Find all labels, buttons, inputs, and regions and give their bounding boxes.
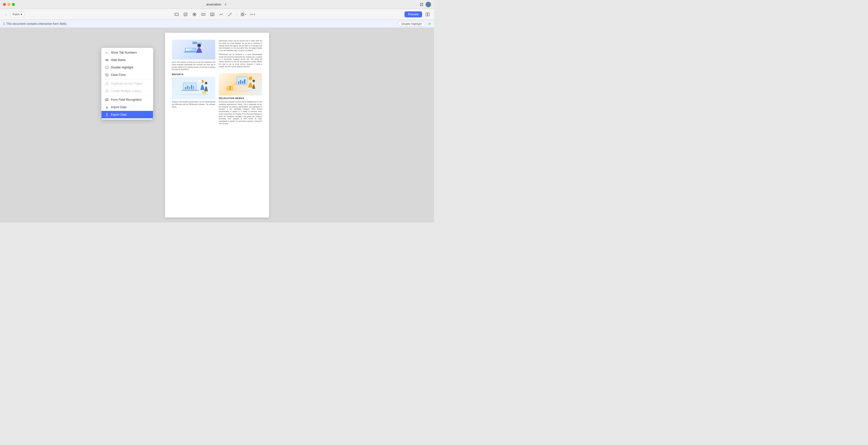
svg-rect-2 xyxy=(420,5,421,6)
menu-item-clear-form[interactable]: Clear Form xyxy=(101,71,153,79)
menu-item-form-field-recognition[interactable]: Form Field Recognition xyxy=(101,96,153,103)
disable-highlight-icon xyxy=(105,65,109,69)
delegation-title: DELEGATION MEMOS xyxy=(219,97,262,99)
title-right xyxy=(420,2,431,7)
avatar[interactable] xyxy=(426,2,431,7)
svg-rect-39 xyxy=(189,87,190,89)
pdf-delegation-col: DELEGATION MEMOS Oil and Gas industries … xyxy=(219,73,262,125)
pdf-left-col: you to inter layouts as those gra to see… xyxy=(172,40,215,71)
pdf-left-text: you to inter layouts as those gra to see… xyxy=(172,61,215,71)
pdf-right-text: attachments means that the person has to… xyxy=(219,40,262,52)
pdf-reports-left: REPORTS xyxy=(172,73,215,125)
svg-rect-32 xyxy=(198,42,202,44)
svg-rect-22 xyxy=(428,13,429,16)
disable-highlight-button[interactable]: Disable Highlight xyxy=(398,21,425,26)
export-data-label: Export Data xyxy=(111,113,126,116)
svg-rect-3 xyxy=(422,5,423,6)
svg-rect-14 xyxy=(241,13,242,14)
create-multiple-copies-label: Create Multiple Copies xyxy=(111,89,141,93)
pdf-delegation-illustration xyxy=(219,73,262,95)
toolbar: ‹ Form ▾ T xyxy=(0,9,434,20)
svg-point-43 xyxy=(205,82,207,84)
svg-rect-28 xyxy=(190,50,192,50)
pdf-viewer[interactable]: you to inter layouts as those gra to see… xyxy=(0,28,434,222)
svg-text:T: T xyxy=(176,14,177,16)
tab-numbers-icon: 1↕ xyxy=(105,51,109,55)
new-tab-button[interactable]: + xyxy=(223,2,228,7)
svg-rect-27 xyxy=(190,49,192,50)
menu-item-create-multiple-copies: Create Multiple Copies xyxy=(101,87,153,95)
maximize-button[interactable] xyxy=(12,3,15,6)
svg-text:1↕: 1↕ xyxy=(105,52,108,54)
app-title: anamation xyxy=(206,2,221,6)
svg-point-56 xyxy=(249,77,252,80)
svg-rect-17 xyxy=(243,14,244,16)
menu-item-import-data[interactable]: Import Data xyxy=(101,103,153,111)
svg-rect-53 xyxy=(240,80,241,84)
show-tab-numbers-label: Show Tab Numbers xyxy=(111,51,137,54)
form-dropdown[interactable]: Form ▾ xyxy=(10,12,24,17)
svg-rect-69 xyxy=(106,99,107,100)
menu-item-show-tab-numbers[interactable]: 1↕ Show Tab Numbers xyxy=(101,49,153,56)
main-area: you to inter layouts as those gra to see… xyxy=(0,28,434,222)
traffic-lights xyxy=(3,3,15,6)
svg-rect-54 xyxy=(242,81,243,84)
form-label: Form xyxy=(13,13,20,16)
text-field-icon[interactable]: T xyxy=(173,11,180,18)
close-info-button[interactable]: ✕ xyxy=(428,22,431,26)
dropdown-field-icon[interactable] xyxy=(200,11,207,18)
menu-item-disable-highlight[interactable]: Disable Highlight xyxy=(101,64,153,71)
pdf-reports-section: REPORTS xyxy=(172,73,262,125)
more-icon[interactable]: ▾ xyxy=(249,11,256,18)
svg-rect-0 xyxy=(420,3,421,4)
svg-rect-49 xyxy=(231,87,234,91)
clear-form-label: Clear Form xyxy=(111,73,126,77)
toolbar-center: T xyxy=(25,11,403,18)
checkbox-icon[interactable] xyxy=(182,11,189,18)
svg-point-18 xyxy=(250,14,250,14)
pdf-body-text-2: PDFElement can be delivered in a quick d… xyxy=(219,53,262,68)
svg-point-20 xyxy=(252,14,253,14)
dropdown-menu: 1↕ Show Tab Numbers Hide Name Disable H xyxy=(101,48,153,120)
info-message: This document contains interactive form … xyxy=(6,22,67,26)
minimize-button[interactable] xyxy=(7,3,10,6)
preview-button[interactable]: Preview xyxy=(404,11,422,18)
menu-item-export-data[interactable]: Export Data xyxy=(101,111,153,118)
signature-icon[interactable] xyxy=(218,11,225,18)
list-field-icon[interactable] xyxy=(209,11,216,18)
menu-item-hide-name[interactable]: Hide Name xyxy=(101,56,153,64)
reports-text: Analysis of the quarter's performance ca… xyxy=(172,101,215,108)
import-data-label: Import Data xyxy=(111,106,126,109)
svg-line-63 xyxy=(106,74,107,76)
svg-point-8 xyxy=(194,13,195,15)
svg-rect-61 xyxy=(106,66,108,69)
svg-rect-6 xyxy=(184,13,187,16)
draw-icon[interactable] xyxy=(227,11,234,18)
toolbar-right: Preview xyxy=(404,11,431,18)
arrange-icon[interactable]: ▾ xyxy=(240,11,247,18)
layout-toggle-icon[interactable] xyxy=(424,11,431,18)
delegation-text: Oil and Gas industries must be able to d… xyxy=(219,101,262,125)
pdf-illustration-person xyxy=(172,40,215,60)
svg-rect-52 xyxy=(238,81,239,84)
info-bar: ℹ This document contains interactive for… xyxy=(0,20,434,28)
svg-rect-34 xyxy=(181,90,199,91)
svg-rect-37 xyxy=(185,87,186,89)
svg-rect-21 xyxy=(426,13,427,16)
close-button[interactable] xyxy=(3,3,6,6)
chevron-down-icon: ▾ xyxy=(21,13,22,16)
export-data-icon xyxy=(105,113,109,117)
radio-icon[interactable] xyxy=(191,11,198,18)
svg-point-19 xyxy=(251,14,252,14)
window-grid-icon[interactable] xyxy=(420,2,424,6)
reports-title: REPORTS xyxy=(172,73,215,76)
back-button[interactable]: ‹ xyxy=(3,11,9,18)
toolbar-left: ‹ Form ▾ xyxy=(3,11,24,18)
svg-rect-40 xyxy=(191,85,192,89)
svg-rect-38 xyxy=(187,86,188,89)
toolbar-separator xyxy=(237,12,237,17)
clear-form-icon xyxy=(105,73,109,77)
svg-rect-41 xyxy=(193,86,194,89)
svg-rect-15 xyxy=(243,13,244,14)
svg-rect-1 xyxy=(422,3,423,4)
